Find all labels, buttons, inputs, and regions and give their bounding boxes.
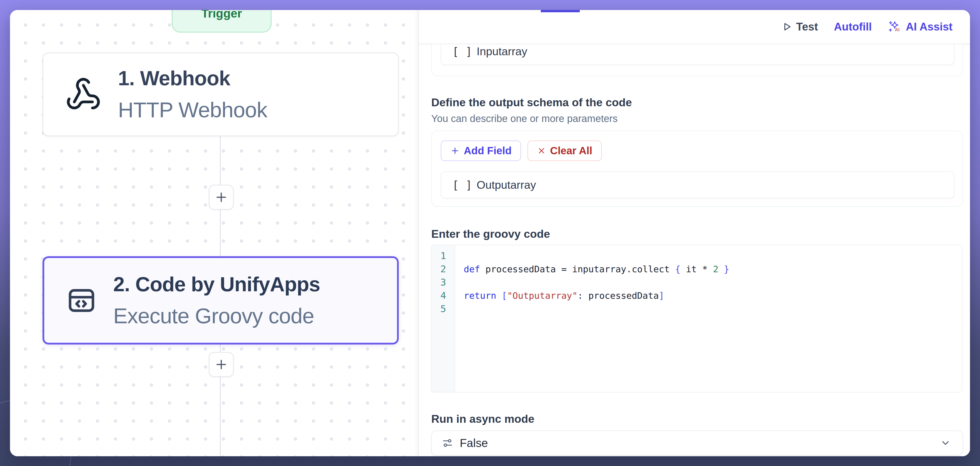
add-field-button[interactable]: Add Field xyxy=(441,140,521,161)
code-line[interactable]: return ["Outputarray": processedData] xyxy=(464,289,962,302)
field-label: Inputarray xyxy=(477,45,527,58)
line-number: 3 xyxy=(441,276,446,289)
code-token: 2 xyxy=(713,264,719,274)
field-label: Outputarray xyxy=(477,178,536,191)
input-field-row[interactable]: [ ] Inputarray xyxy=(441,45,955,65)
async-mode-value: False xyxy=(460,436,934,450)
code-line[interactable] xyxy=(464,276,962,289)
code-token xyxy=(496,291,502,301)
svg-text:AI: AI xyxy=(895,27,900,32)
trigger-badge[interactable]: Trigger xyxy=(172,10,272,32)
code-line[interactable]: def processedData = inputarray.collect {… xyxy=(464,262,962,276)
output-schema-container: Add Field Clear All [ ] Outputarray xyxy=(431,130,963,207)
code-token: return xyxy=(464,291,496,301)
autofill-button[interactable]: Autofill xyxy=(834,21,872,33)
output-schema-heading: Define the output schema of the code xyxy=(431,96,632,109)
webhook-icon xyxy=(65,76,102,113)
sliders-icon xyxy=(442,437,453,449)
code-token: } xyxy=(724,264,729,274)
array-type-badge: [ ] xyxy=(452,45,472,58)
code-token: ] xyxy=(659,291,664,301)
code-token: def xyxy=(464,264,480,274)
ai-assist-button[interactable]: AI AI Assist xyxy=(888,20,953,34)
code-line[interactable] xyxy=(464,302,962,315)
async-mode-select[interactable]: False xyxy=(431,431,963,455)
play-icon xyxy=(782,22,792,32)
trigger-label: Trigger xyxy=(201,10,242,20)
code-heading: Enter the groovy code xyxy=(431,227,550,240)
node-webhook[interactable]: 1. Webhook HTTP Webhook xyxy=(43,52,399,136)
panel-content: [ ] Inputarray Define the output schema … xyxy=(419,45,970,456)
array-type-badge: [ ] xyxy=(452,179,472,191)
test-label: Test xyxy=(796,21,818,33)
node-subtitle: Execute Groovy code xyxy=(113,304,320,328)
add-field-label: Add Field xyxy=(464,145,512,157)
output-field-row[interactable]: [ ] Outputarray xyxy=(441,172,955,199)
schema-actions: Add Field Clear All xyxy=(441,140,602,161)
code-token: : processedData xyxy=(578,291,659,301)
add-node-button[interactable] xyxy=(209,352,234,377)
clear-all-label: Clear All xyxy=(550,145,592,157)
code-token: [ xyxy=(502,291,507,301)
app-window: Trigger 1. Webhook HTTP Webhook xyxy=(10,10,970,456)
close-icon xyxy=(537,146,546,155)
workflow-canvas[interactable]: Trigger 1. Webhook HTTP Webhook xyxy=(10,10,418,456)
node-subtitle: HTTP Webhook xyxy=(118,97,267,122)
code-token xyxy=(719,264,724,274)
node-title: 2. Code by UnifyApps xyxy=(113,272,320,296)
async-mode-heading: Run in async mode xyxy=(431,412,535,426)
node-code[interactable]: 2. Code by UnifyApps Execute Groovy code xyxy=(43,256,399,345)
line-number: 1 xyxy=(441,249,446,262)
add-node-button[interactable] xyxy=(209,185,234,210)
node-title: 1. Webhook xyxy=(118,67,267,90)
line-number: 4 xyxy=(441,289,446,302)
autofill-label: Autofill xyxy=(834,21,872,33)
plus-icon xyxy=(450,146,460,156)
code-line[interactable] xyxy=(464,249,962,262)
line-number-gutter: 12345 xyxy=(432,245,455,392)
plus-icon xyxy=(215,191,228,204)
code-token: { xyxy=(675,264,681,274)
plus-icon xyxy=(215,358,228,371)
line-number: 2 xyxy=(441,262,446,276)
panel-header: Test Autofill AI AI Assist xyxy=(419,10,970,44)
line-number: 5 xyxy=(441,302,446,315)
config-panel: Test Autofill AI AI Assist xyxy=(418,10,970,456)
test-button[interactable]: Test xyxy=(782,21,818,33)
ai-assist-label: AI Assist xyxy=(906,21,953,33)
code-window-icon xyxy=(66,285,97,316)
ai-sparkle-icon: AI xyxy=(888,20,902,34)
code-text-area[interactable]: def processedData = inputarray.collect {… xyxy=(455,245,962,392)
output-schema-subheading: You can describe one or more parameters xyxy=(431,113,618,124)
chevron-down-icon xyxy=(940,437,951,449)
clear-all-button[interactable]: Clear All xyxy=(528,140,602,161)
code-token: it * xyxy=(681,264,713,274)
code-token: processedData = inputarray.collect xyxy=(480,264,675,274)
input-schema-container: [ ] Inputarray xyxy=(431,45,963,76)
groovy-code-editor[interactable]: 12345 def processedData = inputarray.col… xyxy=(431,245,962,393)
code-token: "Outputarray" xyxy=(507,291,578,301)
